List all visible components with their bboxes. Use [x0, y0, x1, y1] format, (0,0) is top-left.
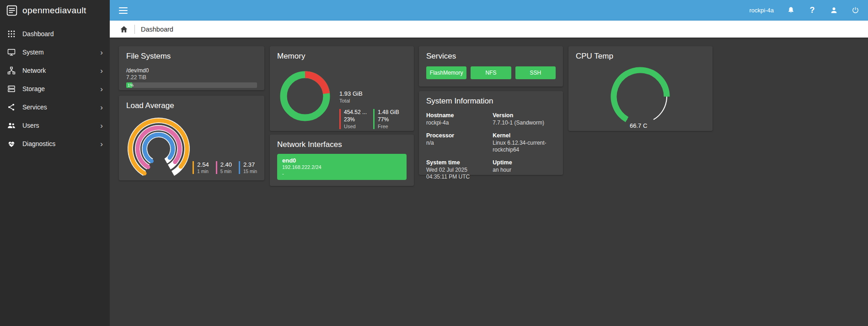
widget-load-average: Load Average 2.54 1 min 2.40 5 min 2.37 …: [119, 96, 264, 180]
page-title: Dashboard: [141, 26, 173, 33]
widget-title: File Systems: [126, 52, 257, 61]
hostname-label: rockpi-4a: [750, 7, 774, 14]
filesystem-size: 7.22 TiB: [126, 74, 257, 81]
network-interface-address: 192.168.222.2/24: [282, 164, 402, 170]
sysinfo-hostname: Hostname rockpi-4a: [426, 112, 486, 126]
widget-file-systems: File Systems /dev/md0 7.22 TiB 1%: [119, 46, 264, 90]
sidebar-item-storage[interactable]: Storage ›: [0, 80, 110, 98]
sidebar-item-system[interactable]: System ›: [0, 43, 110, 61]
network-interface-detail: -: [282, 170, 402, 177]
openmediavault-logo-icon: [6, 5, 18, 16]
widget-services: Services FlashMemory NFS SSH: [419, 46, 563, 87]
network-interface-name: end0: [282, 157, 402, 164]
memory-free-block: 1.48 GiB 77% Free: [373, 109, 399, 129]
service-badge-nfs[interactable]: NFS: [471, 66, 511, 79]
chevron-right-icon: ›: [100, 140, 103, 148]
menu-toggle-button[interactable]: [118, 5, 129, 16]
sidebar-item-network[interactable]: Network ›: [0, 61, 110, 80]
load-legend-5min: 2.40 5 min: [216, 161, 232, 174]
chevron-right-icon: ›: [100, 103, 103, 111]
sysinfo-kernel: Kernel Linux 6.12.34-current-rockchip64: [493, 132, 556, 153]
sidebar: openmediavault Dashboard System ›: [0, 0, 110, 326]
memory-total-value: 1.93 GiB: [339, 90, 399, 97]
chevron-right-icon: ›: [100, 85, 103, 93]
sysinfo-uptime: Uptime an hour: [493, 159, 556, 180]
sidebar-item-label: System: [22, 49, 44, 56]
widget-title: CPU Temp: [576, 52, 705, 61]
widget-memory: Memory 1.93 GiB Total 454.52 ... 23% Use…: [270, 46, 414, 131]
users-icon: [7, 121, 16, 130]
filesystem-usage-percent: 1%: [128, 82, 134, 88]
power-logout-icon[interactable]: [851, 6, 860, 15]
network-icon: [7, 66, 16, 75]
cpu-temp-gauge: 66.7 C: [601, 62, 679, 135]
sysinfo-system-time: System time Wed 02 Jul 2025 04:35:11 PM …: [426, 159, 486, 180]
widget-title: Network Interfaces: [277, 140, 407, 149]
filesystem-device: /dev/md0: [126, 67, 257, 74]
widget-title: Load Average: [126, 101, 257, 110]
sidebar-item-diagnostics[interactable]: Diagnostics ›: [0, 135, 110, 153]
sidebar-item-services[interactable]: Services ›: [0, 98, 110, 116]
sysinfo-processor: Processor n/a: [426, 132, 486, 153]
widget-cpu-temp: CPU Temp 66.7 C: [568, 46, 713, 131]
sidebar-item-label: Dashboard: [22, 30, 54, 38]
sidebar-item-label: Users: [22, 122, 39, 129]
sidebar-item-users[interactable]: Users ›: [0, 116, 110, 135]
sidebar-item-label: Diagnostics: [22, 140, 55, 147]
sidebar-item-dashboard[interactable]: Dashboard: [0, 25, 110, 43]
memory-total-label: Total: [339, 98, 399, 103]
service-badge-flashmemory[interactable]: FlashMemory: [426, 66, 466, 79]
sysinfo-version: Version 7.7.10-1 (Sandworm): [493, 112, 556, 126]
filesystem-usage-bar: 1%: [126, 82, 257, 88]
breadcrumb-divider: [134, 25, 135, 34]
diagnostics-icon: [7, 139, 16, 148]
widget-title: Memory: [277, 52, 407, 61]
widget-title: Services: [426, 52, 556, 61]
memory-used-block: 454.52 ... 23% Used: [339, 109, 367, 129]
sidebar-nav: Dashboard System › Network: [0, 21, 110, 153]
dashboard-main: File Systems /dev/md0 7.22 TiB 1% Load A…: [110, 38, 868, 326]
load-average-legend: 2.54 1 min 2.40 5 min 2.37 15 min: [193, 161, 257, 174]
chevron-right-icon: ›: [100, 122, 103, 130]
service-badge-ssh[interactable]: SSH: [515, 66, 556, 79]
load-average-gauge: [120, 113, 198, 182]
help-icon[interactable]: ?: [808, 6, 817, 15]
widget-network-interfaces: Network Interfaces end0 192.168.222.2/24…: [270, 135, 414, 186]
app-logo[interactable]: openmediavault: [0, 0, 110, 21]
storage-icon: [7, 84, 16, 93]
breadcrumb: Dashboard: [110, 21, 868, 38]
chevron-right-icon: ›: [100, 67, 103, 75]
memory-details: 1.93 GiB Total 454.52 ... 23% Used 1.48 …: [339, 90, 399, 129]
sidebar-item-label: Services: [22, 103, 47, 111]
system-icon: [7, 48, 16, 57]
notifications-bell-icon[interactable]: [786, 6, 795, 15]
load-legend-15min: 2.37 15 min: [239, 161, 257, 174]
home-icon[interactable]: [119, 25, 129, 34]
logo-text: openmediavault: [22, 5, 86, 16]
cpu-temp-value: 66.7 C: [630, 122, 647, 129]
dashboard-icon: [7, 29, 16, 38]
widget-title: System Information: [426, 97, 556, 106]
topbar: rockpi-4a ?: [110, 0, 868, 21]
chevron-right-icon: ›: [100, 49, 103, 56]
load-legend-1min: 2.54 1 min: [193, 161, 209, 174]
memory-donut-chart: [276, 67, 334, 125]
sidebar-item-label: Storage: [22, 85, 45, 92]
sidebar-item-label: Network: [22, 67, 46, 74]
user-account-icon[interactable]: [829, 6, 838, 15]
network-interface-item: end0 192.168.222.2/24 -: [277, 154, 407, 180]
services-icon: [7, 103, 16, 112]
widget-system-information: System Information Hostname rockpi-4a Ve…: [419, 91, 563, 175]
